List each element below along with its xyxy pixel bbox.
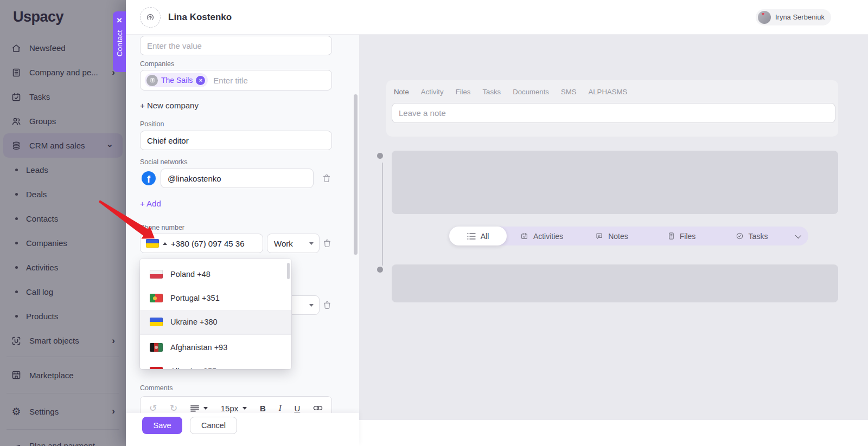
undo-icon[interactable] xyxy=(149,403,157,413)
value-input[interactable] xyxy=(140,36,332,55)
close-icon[interactable] xyxy=(117,16,122,25)
skeleton-block xyxy=(392,151,838,214)
italic-button[interactable]: I xyxy=(279,404,282,413)
tab-sms[interactable]: SMS xyxy=(561,88,577,96)
comments-toolbar: 15px B I U xyxy=(140,396,332,413)
timeline-filter-bar: All Activities Notes Files Tasks xyxy=(449,227,808,245)
country-option-albania[interactable]: Albania +355 xyxy=(140,359,291,369)
user-menu[interactable]: Iryna Serbeniuk xyxy=(756,9,831,25)
country-option-portugal[interactable]: Portugal +351 xyxy=(140,286,291,310)
filter-all[interactable]: All xyxy=(449,227,507,245)
timeline-dot xyxy=(377,267,383,273)
company-chip[interactable]: The Sails xyxy=(145,73,208,87)
modal-backdrop[interactable] xyxy=(0,0,126,446)
filter-expand-chevron[interactable] xyxy=(787,234,808,238)
avatar xyxy=(758,11,771,24)
upload-icon xyxy=(145,12,156,23)
poland-flag-icon xyxy=(150,270,163,279)
save-button[interactable]: Save xyxy=(142,417,182,434)
delete-phone-icon-2[interactable] xyxy=(322,300,332,310)
tab-documents[interactable]: Documents xyxy=(513,88,549,96)
tab-note[interactable]: Note xyxy=(394,88,409,96)
phone-input[interactable]: +380 (67) 097 45 36 xyxy=(140,234,263,253)
phone-type-select[interactable]: Work xyxy=(267,234,320,253)
form-scrollbar[interactable] xyxy=(354,94,358,255)
country-option-ukraine[interactable]: Ukraine +380 xyxy=(140,310,291,334)
ukraine-flag-icon xyxy=(150,318,163,326)
country-option-afghanistan[interactable]: Afghanistan +93 xyxy=(140,335,291,359)
link-icon[interactable] xyxy=(313,405,323,411)
country-name: Poland xyxy=(170,270,195,279)
timeline-line xyxy=(382,163,383,266)
tab-files[interactable]: Files xyxy=(456,88,471,96)
filter-label: Notes xyxy=(608,232,628,241)
chevron-down-icon xyxy=(795,232,801,238)
company-chip-icon xyxy=(146,75,158,86)
social-networks-label: Social networks xyxy=(140,158,188,166)
company-title-placeholder: Enter title xyxy=(213,76,247,85)
underline-button[interactable]: U xyxy=(294,404,300,413)
filter-label: Tasks xyxy=(749,232,768,241)
app-root: Uspacy Newsfeed Company and pe... Tasks … xyxy=(0,0,868,446)
social-input[interactable] xyxy=(161,169,314,188)
country-name: Portugal xyxy=(170,294,200,302)
country-code: +355 xyxy=(199,367,216,369)
afghanistan-flag-icon xyxy=(150,343,163,352)
ukraine-flag-icon[interactable] xyxy=(146,239,159,248)
add-social-link[interactable]: + Add xyxy=(140,199,161,208)
comments-label: Comments xyxy=(140,384,173,392)
new-company-link[interactable]: + New company xyxy=(140,101,199,110)
cancel-button[interactable]: Cancel xyxy=(190,417,237,434)
filter-files[interactable]: Files xyxy=(647,232,717,241)
dropdown-divider xyxy=(140,334,291,335)
phone-type-value: Work xyxy=(274,239,293,248)
phone-row: +380 (67) 097 45 36 Work xyxy=(140,234,332,253)
calendar-icon xyxy=(520,232,528,240)
contact-drawer-tab[interactable]: Contact xyxy=(113,11,126,72)
filter-label: Activities xyxy=(533,232,563,241)
country-name: Ukraine xyxy=(170,318,197,326)
country-option-poland[interactable]: Poland +48 xyxy=(140,262,291,286)
filter-activities[interactable]: Activities xyxy=(507,232,577,241)
country-code: +351 xyxy=(202,294,220,302)
contact-drawer: Lina Kostenko Iryna Serbeniuk Companies … xyxy=(126,0,868,446)
bold-button[interactable]: B xyxy=(260,404,266,413)
chevron-down-icon xyxy=(309,304,314,307)
facebook-icon xyxy=(142,171,156,185)
delete-phone-icon[interactable] xyxy=(322,238,332,248)
drawer-footer: Save Cancel xyxy=(126,413,359,446)
country-code: +380 xyxy=(200,318,218,326)
upload-avatar-button[interactable] xyxy=(140,7,161,28)
drawer-tab-label: Contact xyxy=(116,30,124,56)
check-circle-icon xyxy=(736,232,744,240)
note-card: Note Activity Files Tasks Documents SMS … xyxy=(386,80,838,137)
companies-field[interactable]: The Sails Enter title xyxy=(140,70,332,91)
contact-form: Companies The Sails Enter title + New co… xyxy=(126,35,359,413)
align-icon xyxy=(190,404,199,412)
company-chip-label: The Sails xyxy=(161,76,193,85)
position-input[interactable] xyxy=(140,131,332,150)
country-code: +93 xyxy=(214,343,228,352)
skeleton-block xyxy=(392,264,838,302)
albania-flag-icon xyxy=(150,367,163,369)
note-input[interactable] xyxy=(392,103,835,123)
note-icon xyxy=(595,232,603,240)
portugal-flag-icon xyxy=(150,294,163,302)
remove-chip-icon[interactable] xyxy=(196,76,205,85)
drawer-header: Lina Kostenko Iryna Serbeniuk xyxy=(126,0,868,35)
filter-tasks[interactable]: Tasks xyxy=(717,232,787,241)
page-title: Lina Kostenko xyxy=(168,12,232,23)
filter-notes[interactable]: Notes xyxy=(577,232,647,241)
tab-activity[interactable]: Activity xyxy=(421,88,444,96)
font-size-menu[interactable]: 15px xyxy=(221,404,247,413)
chevron-down-icon xyxy=(242,407,247,410)
tab-tasks[interactable]: Tasks xyxy=(482,88,501,96)
align-menu[interactable] xyxy=(190,404,208,412)
delete-social-icon[interactable] xyxy=(322,173,331,183)
flag-caret-up-icon[interactable] xyxy=(163,242,167,245)
redo-icon[interactable] xyxy=(170,403,177,413)
dropdown-scrollbar[interactable] xyxy=(287,263,290,279)
timeline-dot xyxy=(377,153,383,159)
tab-alphasms[interactable]: ALPHASMS xyxy=(588,88,627,96)
country-name: Afghanistan xyxy=(170,343,212,352)
